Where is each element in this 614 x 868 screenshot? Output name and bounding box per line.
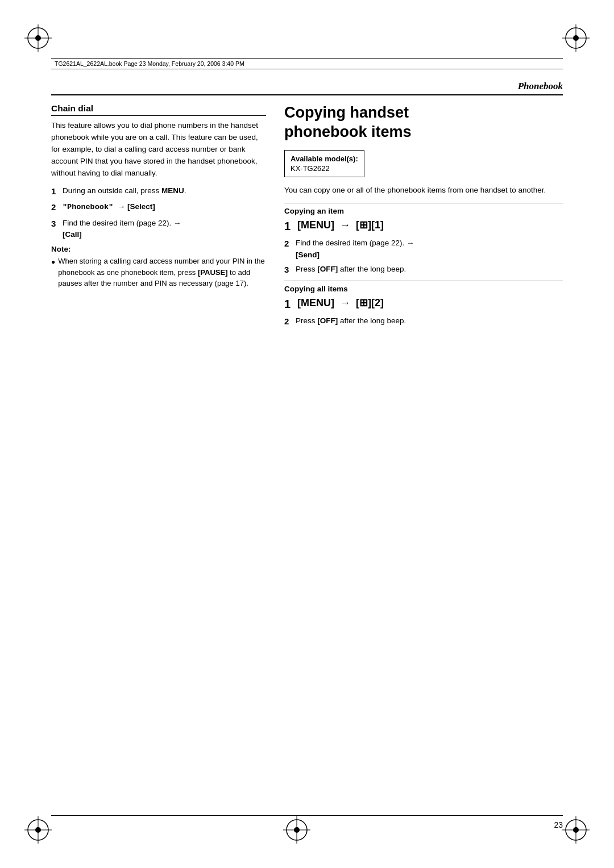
bullet-icon: ● bbox=[51, 257, 55, 267]
right-main-title: Copying handset phonebook items bbox=[284, 103, 563, 142]
bracket-text-1: [⊞][1] bbox=[356, 219, 384, 231]
section-title: Phonebook bbox=[518, 81, 563, 92]
left-step-1-text: During an outside call, press MENU. bbox=[63, 185, 266, 197]
menu-text-all: [MENU] bbox=[297, 297, 334, 308]
note-label: Note: bbox=[51, 245, 266, 253]
model-box-value: KX-TG2622 bbox=[291, 164, 358, 173]
right-step-all-1-number: 1 bbox=[284, 297, 293, 311]
page-number: 23 bbox=[554, 820, 563, 829]
left-step-3-number: 3 bbox=[51, 218, 59, 231]
note-section: Note: ● When storing a calling card acce… bbox=[51, 245, 266, 289]
right-step-1-number: 1 bbox=[284, 219, 293, 233]
off-bold-2: [OFF] bbox=[317, 316, 338, 325]
menu-text-1: [MENU] bbox=[297, 219, 334, 231]
right-step-all-2-number: 2 bbox=[284, 315, 292, 328]
select-bold: [Select] bbox=[127, 202, 155, 211]
pause-bold: [PAUSE] bbox=[198, 268, 227, 277]
left-step-2-number: 2 bbox=[51, 201, 59, 214]
right-title-line2: phonebook items bbox=[284, 123, 412, 140]
right-step-1-copy-all: 1 [MENU] → [⊞][2] bbox=[284, 297, 563, 311]
left-column: Chain dial This feature allows you to di… bbox=[51, 103, 266, 806]
call-bold: [Call] bbox=[63, 230, 82, 239]
bracket-text-all: [⊞][2] bbox=[356, 297, 384, 308]
two-col-layout: Chain dial This feature allows you to di… bbox=[51, 103, 563, 806]
main-content: Phonebook Chain dial This feature allows… bbox=[51, 81, 563, 806]
right-step-3-text: Press [OFF] after the long beep. bbox=[296, 264, 406, 275]
corner-mark-bl bbox=[24, 816, 52, 844]
right-step-2-number: 2 bbox=[284, 237, 292, 251]
corner-mark-br bbox=[562, 816, 590, 844]
copy-an-item-heading: Copying an item bbox=[284, 207, 563, 215]
left-step-2: 2 "Phonebook" → [Select] bbox=[51, 201, 266, 214]
send-bold: [Send] bbox=[296, 251, 320, 259]
right-step-all-2-text: Press [OFF] after the long beep. bbox=[296, 315, 406, 327]
copy-all-items-heading: Copying all items bbox=[284, 285, 563, 293]
off-bold-1: [OFF] bbox=[317, 265, 338, 273]
section-title-bar: Phonebook bbox=[51, 81, 563, 95]
right-step-2-text: Find the desired item (page 22). → [Send… bbox=[296, 237, 414, 261]
left-step-1-number: 1 bbox=[51, 185, 59, 198]
menu-bold: MENU bbox=[161, 186, 184, 195]
right-step-1-copy-item: 1 [MENU] → [⊞][1] bbox=[284, 219, 563, 233]
note-item-1-text: When storing a calling card access numbe… bbox=[58, 256, 266, 289]
chain-dial-heading: Chain dial bbox=[51, 103, 266, 116]
copy-an-item-section: Copying an item 1 [MENU] → [⊞][1] 2 bbox=[284, 203, 563, 276]
right-intro-text: You can copy one or all of the phonebook… bbox=[284, 185, 563, 197]
left-step-1: 1 During an outside call, press MENU. bbox=[51, 185, 266, 198]
right-step-3-copy-item: 3 Press [OFF] after the long beep. bbox=[284, 264, 563, 277]
left-step-2-text: "Phonebook" → [Select] bbox=[63, 201, 266, 213]
corner-mark-tr bbox=[562, 24, 590, 52]
arrow-2: → bbox=[118, 202, 126, 211]
file-info-bar: TG2621AL_2622AL.book Page 23 Monday, Feb… bbox=[51, 58, 563, 69]
copy-all-items-section: Copying all items 1 [MENU] → [⊞][2] 2 bbox=[284, 281, 563, 328]
chain-dial-description: This feature allows you to dial phone nu… bbox=[51, 120, 266, 180]
page-footer: 23 bbox=[51, 815, 563, 829]
right-step-all-1-text: [MENU] → [⊞][2] bbox=[297, 297, 384, 310]
file-info-text: TG2621AL_2622AL.book Page 23 Monday, Feb… bbox=[55, 60, 244, 67]
right-title-line1: Copying handset bbox=[284, 104, 409, 121]
right-column: Copying handset phonebook items Availabl… bbox=[284, 103, 563, 806]
model-box-label: Available model(s): bbox=[291, 155, 358, 163]
note-item-1: ● When storing a calling card access num… bbox=[51, 256, 266, 289]
page-container: TG2621AL_2622AL.book Page 23 Monday, Feb… bbox=[0, 0, 614, 868]
corner-mark-tl bbox=[24, 24, 52, 52]
phonebook-mono: "Phonebook" bbox=[63, 203, 113, 211]
right-step-3-number: 3 bbox=[284, 264, 292, 277]
right-step-2-copy-item: 2 Find the desired item (page 22). → [Se… bbox=[284, 237, 563, 261]
model-box: Available model(s): KX-TG2622 bbox=[284, 150, 364, 177]
left-step-3: 3 Find the desired item (page 22). → [Ca… bbox=[51, 218, 266, 241]
left-step-3-text: Find the desired item (page 22). → [Call… bbox=[63, 218, 266, 241]
right-step-1-text: [MENU] → [⊞][1] bbox=[297, 219, 384, 232]
right-step-2-copy-all: 2 Press [OFF] after the long beep. bbox=[284, 315, 563, 328]
